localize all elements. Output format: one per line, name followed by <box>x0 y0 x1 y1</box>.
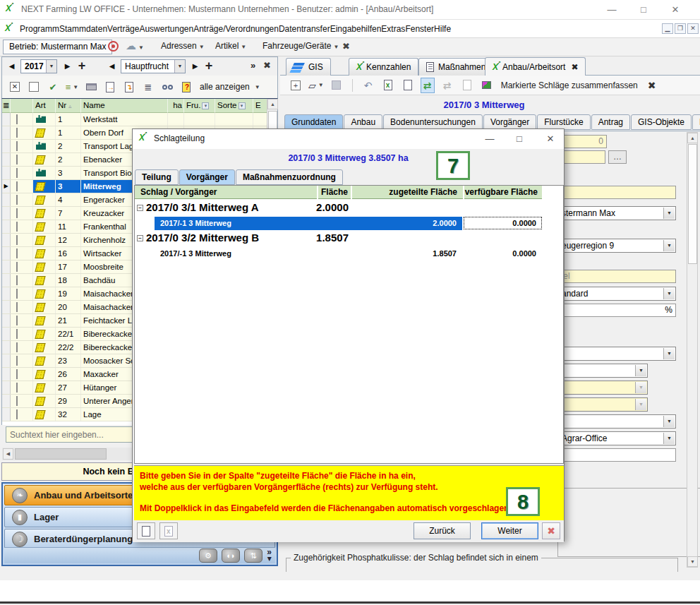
detail-tab[interactable]: Dokumente <box>692 114 700 130</box>
scroll-thumb[interactable] <box>688 144 697 264</box>
row-checkbox[interactable] <box>11 113 33 126</box>
maximize-button[interactable]: □ <box>633 3 654 17</box>
apply-selection-icon[interactable]: ✔ <box>46 80 60 94</box>
tree-collapse-icon[interactable]: − <box>137 205 143 211</box>
row-checkbox[interactable] <box>11 408 33 421</box>
swap-inactive-icon[interactable]: ⇄ <box>440 78 454 93</box>
row-checkbox[interactable] <box>11 247 33 260</box>
header-sorte[interactable]: Sorte▼ <box>215 99 253 113</box>
dialog-tab[interactable]: Vorgänger <box>179 169 235 185</box>
nav-overflow-chevron[interactable]: »▾ <box>267 549 272 562</box>
vorgaenger-row[interactable]: − 2017/0 3/1 Mitterweg A 2.0000 <box>135 200 563 217</box>
scroll-thumb[interactable] <box>15 448 107 460</box>
menu-item[interactable]: Auswertungen <box>139 24 193 34</box>
export-icon[interactable]: → <box>103 80 117 94</box>
header-art[interactable]: Art <box>33 99 56 113</box>
row-checkbox[interactable] <box>11 368 33 381</box>
row-checkbox[interactable] <box>11 301 33 313</box>
dialog-close-icon[interactable]: ✕ <box>541 132 560 146</box>
filter-icon[interactable]: ▼ <box>202 102 209 109</box>
browse-button[interactable]: … <box>608 150 627 164</box>
scroll-up-icon[interactable]: ▲ <box>267 99 278 109</box>
col-verfuegbar[interactable]: verfügbare Fläche <box>464 186 542 199</box>
agrar-office-select[interactable]: Agrar-Office▼ <box>557 431 676 445</box>
scroll-down-icon[interactable]: ▼ <box>687 556 698 567</box>
tab-massnahmen[interactable]: Maßnahmen <box>418 58 493 76</box>
form-vscrollbar[interactable]: ▲ ▼ <box>687 132 698 568</box>
dialog-maximize-icon[interactable]: □ <box>509 132 529 146</box>
dialog-minimize-icon[interactable]: — <box>480 132 500 146</box>
tab-anbau-arbeitsort[interactable]: X Anbau/Arbeitsort ✖ <box>485 57 586 76</box>
header-e[interactable]: E <box>253 99 267 113</box>
cancel-red-icon[interactable]: ✖ <box>542 522 560 539</box>
copy-icon[interactable] <box>460 78 474 93</box>
dialog-tab[interactable]: Maßnahmenzuordnung <box>236 169 343 185</box>
detail-tab[interactable]: Anbau <box>344 114 382 130</box>
row-checkbox[interactable] <box>11 341 33 354</box>
filter-icon[interactable]: ▼ <box>239 102 246 109</box>
menu-item[interactable]: Anträge/Verordnungen <box>193 24 279 34</box>
row-zugeteilt[interactable]: 2.0000 <box>386 219 457 227</box>
tab-kennzahlen[interactable]: X Kennzahlen <box>349 58 418 76</box>
close-tab-icon[interactable]: ✖ <box>571 62 578 72</box>
detail-tab[interactable]: Vorgänger <box>483 114 536 130</box>
col-schlag[interactable]: Schlag / Vorgänger <box>135 186 317 199</box>
menu-item[interactable]: Stammdaten <box>59 24 107 34</box>
detail-tab[interactable]: GIS-Objekte <box>631 114 692 130</box>
save-icon[interactable] <box>330 78 344 93</box>
filter-list-icon[interactable]: ≡▼ <box>65 80 79 94</box>
swap-active-icon[interactable]: ⇄ <box>421 78 435 93</box>
truncated-select-1[interactable]: .▼ <box>557 364 648 378</box>
delete-doc-icon[interactable]: x <box>159 522 178 539</box>
adressen-dropdown[interactable]: Adressen▼ <box>161 41 205 51</box>
close-icon[interactable]: ✖ <box>648 80 656 91</box>
row-checkbox[interactable] <box>11 167 33 179</box>
col-zugeteilt[interactable]: zugeteilte Fläche <box>352 186 463 199</box>
menu-item[interactable]: Datentransfer <box>279 24 330 34</box>
sort-arrows-icon[interactable]: ⇅ <box>244 549 262 563</box>
show-all-dropdown[interactable]: alle anzeigen▼ <box>200 82 260 92</box>
detail-tab[interactable]: Flurstücke <box>537 114 590 130</box>
print-icon[interactable] <box>84 80 98 94</box>
menu-item[interactable]: Fenster <box>405 24 434 34</box>
new-doc-icon[interactable] <box>401 78 415 93</box>
row-checkbox[interactable] <box>11 153 33 166</box>
row-checkbox[interactable] <box>11 354 33 367</box>
dialog-title-bar[interactable]: X Schlagteilung — □ ✕ <box>133 129 564 149</box>
map-edit-icon[interactable] <box>480 78 494 93</box>
select-all-icon[interactable]: ✕ <box>8 80 22 94</box>
column-chooser-icon[interactable]: ≣ <box>2 99 11 113</box>
menu-item[interactable]: Eingabehilfen <box>330 24 382 34</box>
back-button[interactable]: Zurück <box>414 522 471 539</box>
tractor-icon[interactable]: ⚙ <box>199 549 217 563</box>
fahrzeuge-dropdown[interactable]: Fahrzeuge/Geräte▼ <box>262 41 339 51</box>
note-field[interactable] <box>557 448 676 462</box>
detail-list-icon[interactable]: ≣ <box>141 80 155 94</box>
empty-select-2[interactable]: ▼ <box>557 414 676 429</box>
deselect-all-icon[interactable] <box>27 80 41 94</box>
pan-icon[interactable]: + <box>289 78 303 93</box>
name-field[interactable] <box>557 186 676 199</box>
pig-icon[interactable]: ◖◗ <box>222 549 240 563</box>
import-icon[interactable]: ↴ <box>122 80 136 94</box>
row-checkbox[interactable] <box>11 140 33 152</box>
new-icon[interactable] <box>137 522 155 539</box>
row-checkbox[interactable] <box>11 220 33 233</box>
code-field[interactable] <box>557 150 605 164</box>
region-select[interactable]: eugerregion 9▼ <box>557 239 676 253</box>
next-crop-button[interactable]: ▶ <box>190 61 200 71</box>
count-field[interactable]: 0 <box>557 135 607 148</box>
header-nr[interactable]: Nr ▵ <box>56 99 81 113</box>
empty-select-1[interactable]: ▼ <box>557 347 676 361</box>
row-checkbox[interactable] <box>11 328 33 340</box>
add-crop-button[interactable]: + <box>203 58 215 73</box>
table-row[interactable]: 1 Werkstatt <box>2 113 267 126</box>
menu-item[interactable]: Programm <box>20 24 59 34</box>
row-checkbox[interactable] <box>11 234 33 246</box>
row-checkbox[interactable] <box>11 207 33 220</box>
prev-crop-button[interactable]: ◀ <box>107 61 117 71</box>
minimize-button[interactable]: — <box>601 3 622 17</box>
row-checkbox[interactable] <box>11 180 33 193</box>
next-button[interactable]: Weiter <box>481 522 538 539</box>
overflow-chevron-button[interactable]: » <box>251 60 255 71</box>
